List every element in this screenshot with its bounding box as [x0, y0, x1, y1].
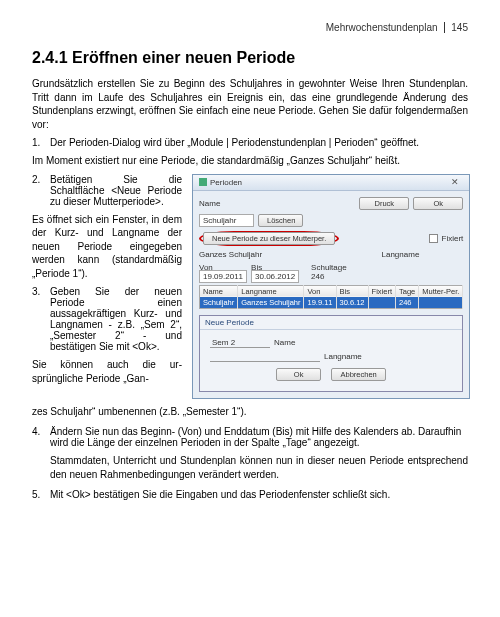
step-2: 2. Betätigen Sie die Schaltfläche <Neue …	[32, 174, 182, 207]
step-text: Mit <Ok> bestätigen Sie die Eingaben und…	[50, 489, 468, 500]
bis-field[interactable]: 30.06.2012	[251, 270, 299, 283]
step-1: 1. Der Perioden-Dialog wird über „Module…	[32, 137, 468, 148]
label-schultage: Schultage	[311, 263, 347, 272]
page-number: 145	[444, 22, 468, 33]
page-header: Mehrwochenstundenplan 145	[32, 22, 468, 33]
val-schultage: 246	[311, 272, 347, 281]
sub-langname-field[interactable]	[210, 352, 320, 362]
sub-label-langname: Langname	[324, 352, 362, 361]
fixiert-checkbox[interactable]	[429, 234, 438, 243]
label-langname: Langname	[382, 250, 420, 259]
step-number: 5.	[32, 489, 50, 500]
step-3-note-rest: zes Schuljahr“ umbenennen (z.B. „Semeste…	[32, 405, 468, 419]
new-period-button[interactable]: Neue Periode zu dieser Mutterper.	[203, 232, 335, 245]
von-field[interactable]: 19.09.2011	[199, 270, 247, 283]
step-1-note: Im Moment existiert nur eine Periode, di…	[32, 154, 468, 168]
table-header-row: Name Langname Von Bis Fixiert Tage Mutte…	[200, 285, 463, 297]
step-number: 4.	[32, 426, 50, 448]
ok-button[interactable]: Ok	[413, 197, 463, 210]
step-text: Ändern Sie nun das Beginn- (Von) und End…	[50, 426, 468, 448]
label-ganzes: Ganzes Schuljahr	[199, 250, 262, 259]
step-3: 3. Geben Sie der neuen Periode einen aus…	[32, 286, 182, 352]
step-2-note: Es öffnet sich ein Fenster, in dem der K…	[32, 213, 182, 281]
perioden-dialog: Perioden ✕ Name Druck Ok Schuljahr Lösch…	[192, 174, 470, 399]
th-bis: Bis	[336, 285, 368, 297]
step-number: 1.	[32, 137, 50, 148]
period-icon	[199, 178, 207, 186]
subdialog-title: Neue Periode	[200, 316, 462, 330]
step-text: Der Perioden-Dialog wird über „Module | …	[50, 137, 468, 148]
sub-label-name: Name	[274, 338, 295, 347]
highlight-oval: Neue Periode zu dieser Mutterper.	[199, 231, 339, 246]
print-button[interactable]: Druck	[359, 197, 409, 210]
new-period-subdialog: Neue Periode Sem 2 Name Langname Ok Ab	[199, 315, 463, 392]
th-von: Von	[304, 285, 336, 297]
step-number: 3.	[32, 286, 50, 352]
sub-cancel-button[interactable]: Abbrechen	[331, 368, 386, 381]
th-langname: Langname	[238, 285, 304, 297]
dialog-title: Perioden	[199, 178, 242, 187]
step-text: Geben Sie der neuen Periode einen aussag…	[50, 286, 182, 352]
sub-name-field[interactable]: Sem 2	[210, 338, 270, 348]
table-row[interactable]: Schuljahr Ganzes Schuljahr 19.9.11 30.6.…	[200, 297, 463, 309]
step-4: 4. Ändern Sie nun das Beginn- (Von) und …	[32, 426, 468, 448]
step-4-note: Stammdaten, Unterricht und Stundenplan k…	[50, 454, 468, 481]
th-fixiert: Fixiert	[368, 285, 395, 297]
step-3-note-partial: Sie können auch die ur­sprüngliche Perio…	[32, 358, 182, 385]
th-mutter: Mutter-Per.	[419, 285, 463, 297]
label-fixiert: Fixiert	[442, 234, 464, 243]
sub-ok-button[interactable]: Ok	[276, 368, 321, 381]
dialog-titlebar: Perioden ✕	[193, 175, 469, 191]
label-name: Name	[199, 199, 233, 208]
step-5: 5. Mit <Ok> bestätigen Sie die Eingaben …	[32, 489, 468, 500]
th-tage: Tage	[395, 285, 418, 297]
step-text: Betätigen Sie die Schaltfläche <Neue Per…	[50, 174, 182, 207]
step-number: 2.	[32, 174, 50, 207]
delete-button[interactable]: Löschen	[258, 214, 303, 227]
intro-paragraph: Grundsätzlich erstellen Sie zu Beginn de…	[32, 77, 468, 131]
close-icon[interactable]: ✕	[447, 177, 463, 187]
th-name: Name	[200, 285, 238, 297]
schuljahr-field[interactable]: Schuljahr	[199, 214, 254, 227]
period-table: Name Langname Von Bis Fixiert Tage Mutte…	[199, 285, 463, 309]
section-name: Mehrwochenstundenplan	[326, 22, 438, 33]
page-title: 2.4.1 Eröffnen einer neuen Periode	[32, 49, 468, 67]
